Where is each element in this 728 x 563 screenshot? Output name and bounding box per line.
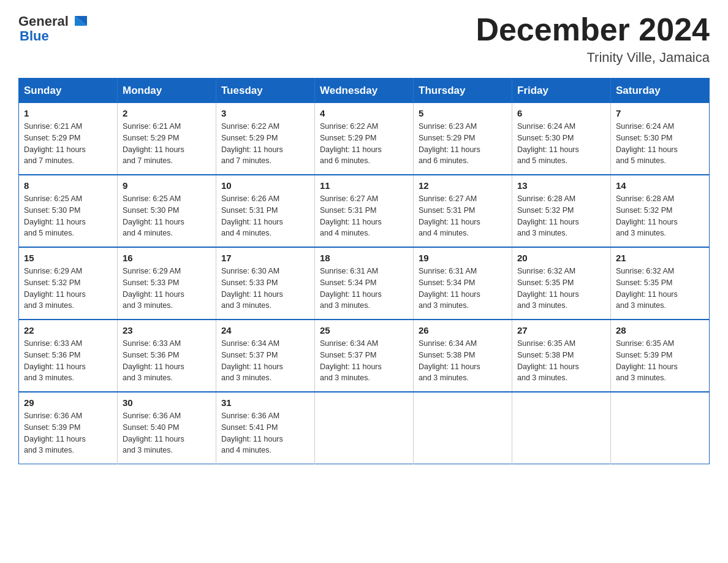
calendar-cell: 3 Sunrise: 6:22 AMSunset: 5:29 PMDayligh… <box>216 103 315 175</box>
calendar-cell <box>315 392 414 464</box>
day-info: Sunrise: 6:36 AMSunset: 5:40 PMDaylight:… <box>123 412 184 454</box>
day-number: 24 <box>221 325 309 335</box>
day-number: 21 <box>616 253 704 263</box>
calendar-cell: 31 Sunrise: 6:36 AMSunset: 5:41 PMDaylig… <box>216 392 315 464</box>
calendar-cell: 7 Sunrise: 6:24 AMSunset: 5:30 PMDayligh… <box>611 103 710 175</box>
calendar-cell: 19 Sunrise: 6:31 AMSunset: 5:34 PMDaylig… <box>414 247 512 320</box>
day-number: 29 <box>24 397 112 408</box>
day-info: Sunrise: 6:21 AMSunset: 5:29 PMDaylight:… <box>24 122 86 165</box>
calendar-cell: 23 Sunrise: 6:33 AMSunset: 5:36 PMDaylig… <box>118 320 216 392</box>
header-sunday: Sunday <box>19 79 118 104</box>
day-info: Sunrise: 6:24 AMSunset: 5:30 PMDaylight:… <box>517 122 579 165</box>
calendar-body: 1 Sunrise: 6:21 AMSunset: 5:29 PMDayligh… <box>19 103 710 464</box>
day-number: 3 <box>221 108 309 118</box>
header-tuesday: Tuesday <box>216 79 315 104</box>
day-number: 13 <box>517 180 605 191</box>
header-wednesday: Wednesday <box>315 79 414 104</box>
week-row-1: 1 Sunrise: 6:21 AMSunset: 5:29 PMDayligh… <box>19 103 710 175</box>
day-number: 12 <box>419 180 507 191</box>
day-info: Sunrise: 6:27 AMSunset: 5:31 PMDaylight:… <box>419 194 480 237</box>
day-number: 6 <box>517 108 605 118</box>
day-info: Sunrise: 6:28 AMSunset: 5:32 PMDaylight:… <box>517 194 579 237</box>
calendar-table: Sunday Monday Tuesday Wednesday Thursday… <box>18 78 710 464</box>
day-info: Sunrise: 6:22 AMSunset: 5:29 PMDaylight:… <box>221 122 283 165</box>
day-info: Sunrise: 6:33 AMSunset: 5:36 PMDaylight:… <box>123 339 184 382</box>
day-info: Sunrise: 6:24 AMSunset: 5:30 PMDaylight:… <box>616 122 678 165</box>
day-number: 5 <box>419 108 507 118</box>
title-block: December 2024 Trinity Ville, Jamaica <box>476 12 710 66</box>
calendar-cell: 2 Sunrise: 6:21 AMSunset: 5:29 PMDayligh… <box>118 103 216 175</box>
page-header: General Blue December 2024 Trinity Ville… <box>18 12 710 66</box>
day-number: 26 <box>419 325 507 335</box>
logo-general: General <box>18 13 69 29</box>
calendar-cell <box>414 392 512 464</box>
day-info: Sunrise: 6:34 AMSunset: 5:37 PMDaylight:… <box>221 339 283 382</box>
day-info: Sunrise: 6:32 AMSunset: 5:35 PMDaylight:… <box>616 267 678 310</box>
day-number: 11 <box>320 180 408 191</box>
day-info: Sunrise: 6:27 AMSunset: 5:31 PMDaylight:… <box>320 194 382 237</box>
calendar-cell: 26 Sunrise: 6:34 AMSunset: 5:38 PMDaylig… <box>414 320 512 392</box>
day-number: 25 <box>320 325 408 335</box>
location: Trinity Ville, Jamaica <box>476 50 710 66</box>
day-info: Sunrise: 6:36 AMSunset: 5:41 PMDaylight:… <box>221 412 283 454</box>
calendar-cell: 12 Sunrise: 6:27 AMSunset: 5:31 PMDaylig… <box>414 175 512 247</box>
calendar-cell: 10 Sunrise: 6:26 AMSunset: 5:31 PMDaylig… <box>216 175 315 247</box>
day-info: Sunrise: 6:29 AMSunset: 5:32 PMDaylight:… <box>24 267 86 310</box>
header-monday: Monday <box>118 79 216 104</box>
day-info: Sunrise: 6:26 AMSunset: 5:31 PMDaylight:… <box>221 194 283 237</box>
logo-triangle-icon <box>70 12 88 31</box>
calendar-cell: 11 Sunrise: 6:27 AMSunset: 5:31 PMDaylig… <box>315 175 414 247</box>
header-friday: Friday <box>512 79 611 104</box>
calendar-cell: 1 Sunrise: 6:21 AMSunset: 5:29 PMDayligh… <box>19 103 118 175</box>
calendar-cell: 6 Sunrise: 6:24 AMSunset: 5:30 PMDayligh… <box>512 103 611 175</box>
day-number: 30 <box>123 397 211 408</box>
day-number: 4 <box>320 108 408 118</box>
day-number: 22 <box>24 325 112 335</box>
day-info: Sunrise: 6:22 AMSunset: 5:29 PMDaylight:… <box>320 122 382 165</box>
day-number: 20 <box>517 253 605 263</box>
day-info: Sunrise: 6:34 AMSunset: 5:37 PMDaylight:… <box>320 339 382 382</box>
day-info: Sunrise: 6:36 AMSunset: 5:39 PMDaylight:… <box>24 412 86 454</box>
day-number: 28 <box>616 325 704 335</box>
logo: General Blue <box>18 12 88 44</box>
calendar-cell: 30 Sunrise: 6:36 AMSunset: 5:40 PMDaylig… <box>118 392 216 464</box>
day-info: Sunrise: 6:25 AMSunset: 5:30 PMDaylight:… <box>24 194 86 237</box>
calendar-cell: 17 Sunrise: 6:30 AMSunset: 5:33 PMDaylig… <box>216 247 315 320</box>
day-info: Sunrise: 6:25 AMSunset: 5:30 PMDaylight:… <box>123 194 184 237</box>
day-number: 8 <box>24 180 112 191</box>
day-number: 7 <box>616 108 704 118</box>
calendar-cell: 9 Sunrise: 6:25 AMSunset: 5:30 PMDayligh… <box>118 175 216 247</box>
day-number: 1 <box>24 108 112 118</box>
day-number: 2 <box>123 108 211 118</box>
month-title: December 2024 <box>476 12 710 47</box>
calendar-cell: 13 Sunrise: 6:28 AMSunset: 5:32 PMDaylig… <box>512 175 611 247</box>
week-row-5: 29 Sunrise: 6:36 AMSunset: 5:39 PMDaylig… <box>19 392 710 464</box>
calendar-cell: 16 Sunrise: 6:29 AMSunset: 5:33 PMDaylig… <box>118 247 216 320</box>
day-info: Sunrise: 6:29 AMSunset: 5:33 PMDaylight:… <box>123 267 184 310</box>
calendar-cell <box>512 392 611 464</box>
day-info: Sunrise: 6:35 AMSunset: 5:38 PMDaylight:… <box>517 339 579 382</box>
day-info: Sunrise: 6:34 AMSunset: 5:38 PMDaylight:… <box>419 339 480 382</box>
calendar-cell: 22 Sunrise: 6:33 AMSunset: 5:36 PMDaylig… <box>19 320 118 392</box>
header-saturday: Saturday <box>611 79 710 104</box>
calendar-cell <box>611 392 710 464</box>
calendar-cell: 15 Sunrise: 6:29 AMSunset: 5:32 PMDaylig… <box>19 247 118 320</box>
calendar-cell: 29 Sunrise: 6:36 AMSunset: 5:39 PMDaylig… <box>19 392 118 464</box>
week-row-2: 8 Sunrise: 6:25 AMSunset: 5:30 PMDayligh… <box>19 175 710 247</box>
calendar-cell: 28 Sunrise: 6:35 AMSunset: 5:39 PMDaylig… <box>611 320 710 392</box>
calendar-cell: 18 Sunrise: 6:31 AMSunset: 5:34 PMDaylig… <box>315 247 414 320</box>
calendar-cell: 20 Sunrise: 6:32 AMSunset: 5:35 PMDaylig… <box>512 247 611 320</box>
day-info: Sunrise: 6:35 AMSunset: 5:39 PMDaylight:… <box>616 339 678 382</box>
week-row-3: 15 Sunrise: 6:29 AMSunset: 5:32 PMDaylig… <box>19 247 710 320</box>
day-number: 9 <box>123 180 211 191</box>
logo-blue: Blue <box>20 28 49 44</box>
calendar-cell: 5 Sunrise: 6:23 AMSunset: 5:29 PMDayligh… <box>414 103 512 175</box>
day-number: 19 <box>419 253 507 263</box>
calendar-cell: 21 Sunrise: 6:32 AMSunset: 5:35 PMDaylig… <box>611 247 710 320</box>
day-number: 15 <box>24 253 112 263</box>
day-info: Sunrise: 6:30 AMSunset: 5:33 PMDaylight:… <box>221 267 283 310</box>
day-info: Sunrise: 6:23 AMSunset: 5:29 PMDaylight:… <box>419 122 480 165</box>
day-info: Sunrise: 6:31 AMSunset: 5:34 PMDaylight:… <box>419 267 480 310</box>
calendar-cell: 25 Sunrise: 6:34 AMSunset: 5:37 PMDaylig… <box>315 320 414 392</box>
day-number: 14 <box>616 180 704 191</box>
